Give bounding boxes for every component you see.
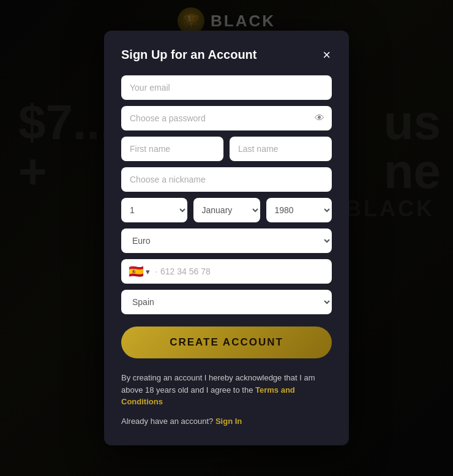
modal-title: Sign Up for an Account	[121, 48, 256, 62]
signin-link[interactable]: Sign In	[215, 417, 242, 426]
phone-divider: ·	[155, 265, 158, 278]
close-button[interactable]: ×	[321, 48, 332, 62]
name-row	[121, 137, 332, 161]
country-select[interactable]: Spain France Germany Italy Portugal Unit…	[121, 290, 332, 314]
password-input[interactable]	[121, 106, 332, 130]
spain-flag-icon: 🇪🇸	[129, 264, 144, 279]
email-input[interactable]	[121, 75, 332, 100]
phone-dropdown-icon: ▾	[146, 267, 150, 276]
password-group: 👁	[121, 106, 332, 130]
phone-group: 🇪🇸 ▾ ·	[121, 259, 332, 284]
date-row: 12345 678910 1112131415 1617181920 21222…	[121, 198, 332, 222]
month-select[interactable]: JanuaryFebruaryMarch AprilMayJune JulyAu…	[193, 198, 260, 222]
signup-modal: Sign Up for an Account × 👁 12345 678910 …	[104, 31, 349, 445]
firstname-input[interactable]	[121, 137, 223, 161]
modal-header: Sign Up for an Account ×	[121, 48, 332, 62]
modal-backdrop: Sign Up for an Account × 👁 12345 678910 …	[0, 0, 453, 476]
year-select[interactable]: 1980198119821983 1984198519901995 200020…	[266, 198, 332, 222]
phone-input[interactable]	[160, 259, 332, 284]
lastname-input[interactable]	[230, 137, 332, 161]
currency-select[interactable]: Euro USD GBP CAD AUD	[121, 229, 332, 253]
password-toggle-icon[interactable]: 👁	[315, 113, 324, 124]
phone-flag-selector[interactable]: 🇪🇸 ▾	[121, 264, 155, 279]
signin-prefix: Already have an account?	[121, 417, 213, 426]
create-account-button[interactable]: CREATE ACCOUNT	[121, 327, 332, 358]
nickname-group	[121, 167, 332, 192]
email-group	[121, 75, 332, 100]
day-select[interactable]: 12345 678910 1112131415 1617181920 21222…	[121, 198, 187, 222]
terms-text: By creating an account I hereby acknowle…	[121, 372, 332, 408]
nickname-input[interactable]	[121, 167, 332, 192]
signin-text: Already have an account? Sign In	[121, 417, 332, 426]
